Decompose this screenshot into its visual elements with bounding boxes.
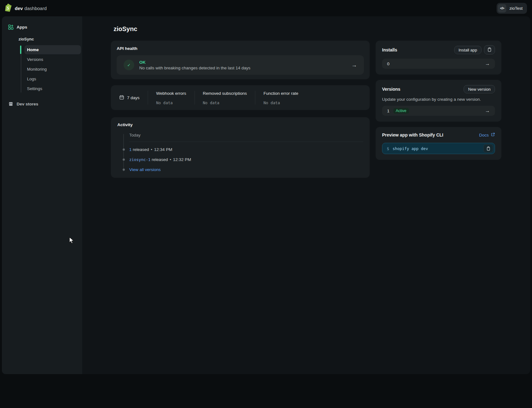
sidebar-app-name: zioSync: [2, 32, 82, 45]
activity-group-label: Today: [129, 133, 363, 137]
timeline-dot: [123, 169, 125, 171]
brand-dashboard: dashboard: [24, 6, 47, 11]
version-row[interactable]: 1 Active →: [382, 106, 495, 116]
metrics-period-label: 7 days: [127, 95, 140, 100]
sidebar-apps-label: Apps: [17, 25, 27, 30]
code-icon: </>: [498, 4, 506, 13]
sidebar: Apps zioSync Home Versions Monitoring Lo…: [2, 16, 82, 374]
metric-value: No data: [263, 100, 298, 105]
arrow-right-icon: →: [485, 108, 490, 113]
api-health-status: OK: [139, 60, 250, 65]
metric-value: No data: [203, 100, 247, 105]
activity-version-link[interactable]: ziosync-1: [129, 157, 151, 162]
arrow-right-icon: →: [351, 62, 357, 68]
sidebar-nav: Home Versions Monitoring Logs Settings: [21, 45, 80, 93]
installs-title: Installs: [382, 47, 397, 52]
metric-label: Removed subscriptions: [203, 91, 247, 96]
divider: [129, 142, 363, 142]
activity-item-text: released: [133, 147, 149, 152]
clipboard-icon: [487, 47, 492, 53]
sidebar-item-monitoring[interactable]: Monitoring: [24, 65, 81, 74]
api-health-message: No calls with breaking changes detected …: [139, 66, 250, 70]
copy-command-button[interactable]: [483, 144, 493, 153]
api-health-status-row[interactable]: ✓ OK No calls with breaking changes dete…: [117, 55, 364, 75]
metrics-card: 7 days Webhook errors No data Removed su…: [111, 85, 370, 110]
api-health-title: API health: [117, 46, 364, 51]
install-app-button[interactable]: Install app: [454, 46, 481, 54]
storefront-icon: [8, 101, 13, 107]
metric-label: Webhook errors: [156, 91, 186, 96]
external-link-icon: [491, 132, 495, 137]
docs-link[interactable]: Docs: [479, 132, 495, 137]
svg-text:S: S: [7, 6, 9, 11]
right-column: Installs Install app: [376, 41, 501, 160]
preview-cli-card: Preview app with Shopify CLI Docs: [376, 127, 501, 160]
metrics-period[interactable]: 7 days: [111, 90, 148, 105]
calendar-icon: [119, 95, 124, 101]
activity-item: ziosync-1 released • 12:32 PM: [129, 157, 363, 162]
top-bar: S dev dashboard </> zioTest: [0, 0, 532, 16]
installs-card: Installs Install app: [376, 41, 501, 74]
left-column: API health ✓ OK No calls with breaking c…: [111, 41, 370, 178]
activity-version-link[interactable]: 1: [129, 147, 132, 152]
metric-function-error-rate: Function error rate No data: [255, 90, 306, 105]
activity-card: Activity Today 1 released • 12:34 PM: [111, 117, 370, 178]
bullet-separator: •: [150, 147, 153, 152]
view-all-versions-link[interactable]: View all versions: [129, 167, 161, 172]
activity-item-text: released: [152, 157, 168, 162]
brand-dev: dev: [15, 6, 23, 11]
activity-item-time: 12:32 PM: [173, 157, 191, 162]
activity-item-time: 12:34 PM: [154, 147, 172, 152]
bullet-separator: •: [169, 157, 172, 162]
preview-cli-title: Preview app with Shopify CLI: [382, 132, 443, 137]
activity-item: 1 released • 12:34 PM: [129, 147, 363, 152]
sidebar-item-dev-stores[interactable]: Dev stores: [2, 99, 82, 109]
metric-webhook-errors: Webhook errors No data: [148, 90, 194, 105]
api-health-status-text: OK No calls with breaking changes detect…: [139, 60, 250, 70]
versions-title: Versions: [382, 87, 400, 92]
activity-title: Activity: [117, 122, 363, 127]
metric-removed-subscriptions: Removed subscriptions No data: [195, 90, 255, 105]
main-content: zioSync API health ✓ OK No calls with br…: [82, 16, 530, 374]
versions-card: Versions New version Update your configu…: [376, 80, 501, 121]
activity-item: View all versions: [129, 167, 363, 172]
copy-install-link-button[interactable]: [484, 45, 495, 55]
arrow-right-icon: →: [485, 61, 490, 66]
metric-value: No data: [156, 100, 186, 105]
activity-timeline: Today 1 released • 12:34 PM ziosync-1: [120, 133, 363, 172]
cli-command-box: $ shopify app dev: [382, 143, 495, 154]
app-frame: Apps zioSync Home Versions Monitoring Lo…: [2, 16, 530, 374]
app-switcher-button[interactable]: </> zioTest: [497, 3, 527, 14]
shopify-logo-icon: S: [4, 3, 12, 13]
new-version-button[interactable]: New version: [464, 85, 495, 94]
metric-label: Function error rate: [263, 91, 298, 96]
installs-count-row[interactable]: 0 →: [382, 59, 495, 69]
api-health-card: API health ✓ OK No calls with breaking c…: [111, 41, 370, 79]
sidebar-item-home[interactable]: Home: [24, 45, 81, 54]
brand-text: dev dashboard: [15, 6, 47, 11]
check-icon: ✓: [124, 60, 134, 70]
sidebar-item-versions[interactable]: Versions: [24, 55, 81, 64]
timeline-dot: [123, 148, 125, 151]
page-title: zioSync: [114, 24, 530, 33]
version-number: 1: [387, 109, 390, 113]
sidebar-dev-stores-label: Dev stores: [17, 102, 38, 106]
timeline-dot: [123, 158, 125, 161]
cli-command-text: shopify app dev: [393, 146, 428, 151]
apps-icon: [8, 24, 13, 30]
terminal-prompt: $: [387, 146, 389, 151]
app-switcher-label: zioTest: [509, 6, 523, 11]
brand: S dev dashboard: [4, 3, 47, 13]
sidebar-item-apps[interactable]: Apps: [2, 23, 82, 32]
docs-link-label: Docs: [479, 133, 489, 137]
installs-count: 0: [387, 62, 390, 66]
sidebar-item-settings[interactable]: Settings: [24, 84, 81, 93]
sidebar-item-logs[interactable]: Logs: [24, 74, 81, 83]
versions-description: Update your configuration by creating a …: [382, 97, 495, 102]
active-status-badge: Active: [393, 108, 409, 114]
